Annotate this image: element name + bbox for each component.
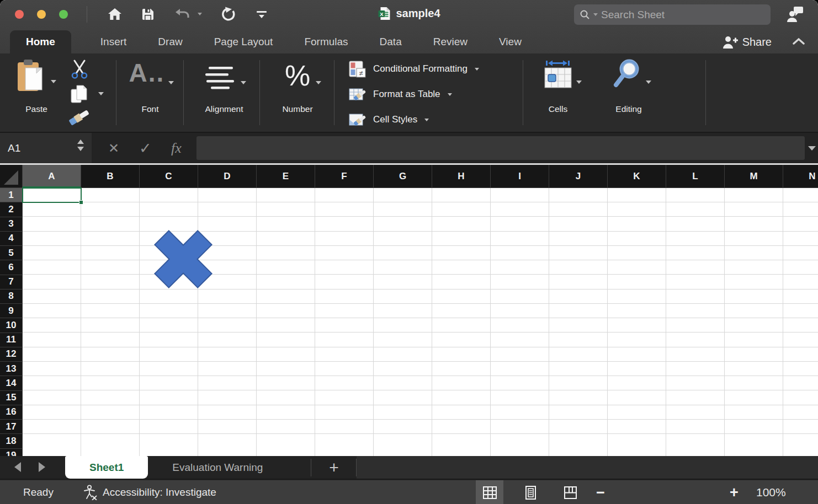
row-header-2[interactable]: 2 [0,202,23,217]
font-dropdown[interactable] [168,81,174,84]
sheet-tab-evaluation-warning[interactable]: Evaluation Warning [148,456,287,479]
column-header-b[interactable]: B [81,165,140,188]
paste-dropdown[interactable] [51,80,56,83]
checkmark-icon: ✓ [139,140,152,157]
add-sheet-button[interactable]: + [312,456,356,479]
select-all-button[interactable] [0,165,23,188]
tab-page-layout[interactable]: Page Layout [212,30,275,53]
row-header-7[interactable]: 7 [0,275,23,289]
row-header-5[interactable]: 5 [0,246,23,260]
formula-bar-expand[interactable] [808,146,816,151]
editing-button[interactable] [613,58,641,92]
accessibility-status[interactable]: Accessibility: Investigate [83,480,216,504]
row-header-8[interactable]: 8 [0,289,23,304]
arrow-left-icon [14,462,21,472]
next-sheet-button[interactable] [39,462,45,472]
fill-handle[interactable] [79,200,83,205]
cells-dropdown[interactable] [576,81,582,84]
row-header-13[interactable]: 13 [0,362,23,376]
minimize-window-button[interactable] [37,10,46,19]
name-box-spinner[interactable] [77,140,84,151]
save-button[interactable] [138,4,158,24]
column-header-k[interactable]: K [608,165,666,188]
grid-cells[interactable] [23,188,818,456]
column-header-h[interactable]: H [432,165,491,188]
alignment-button[interactable] [203,66,237,93]
row-header-16[interactable]: 16 [0,405,23,420]
insert-function-button[interactable]: fx [171,133,182,163]
tab-data[interactable]: Data [378,30,404,53]
column-header-d[interactable]: D [198,165,257,188]
tab-review[interactable]: Review [431,30,470,53]
tab-home[interactable]: Home [10,30,71,53]
row-header-3[interactable]: 3 [0,217,23,232]
column-header-i[interactable]: I [491,165,549,188]
fullscreen-window-button[interactable] [59,10,68,19]
number-format-button[interactable]: % [279,59,316,92]
conditional-formatting-button[interactable]: ≠ Conditional Formatting [349,61,479,77]
row-header-10[interactable]: 10 [0,318,23,333]
collapse-ribbon-button[interactable] [793,37,805,47]
enter-button[interactable]: ✓ [139,133,152,163]
row-header-19[interactable]: 19 [0,449,23,457]
row-header-18[interactable]: 18 [0,434,23,448]
sheet-tab-sheet1[interactable]: Sheet1 [65,456,148,479]
row-header-14[interactable]: 14 [0,376,23,390]
column-header-n[interactable]: N [783,165,818,188]
paste-button[interactable] [17,59,44,95]
undo-button[interactable] [173,4,193,24]
redo-button[interactable] [219,4,238,24]
home-button[interactable] [105,4,125,24]
column-header-m[interactable]: M [725,165,783,188]
formula-input[interactable] [196,136,805,160]
column-header-e[interactable]: E [257,165,315,188]
format-painter-button[interactable] [67,108,92,128]
comments-button[interactable] [785,4,805,24]
column-header-g[interactable]: G [374,165,432,188]
zoom-out-button[interactable]: − [596,480,605,504]
page-break-view-button[interactable] [556,480,584,504]
alignment-dropdown[interactable] [241,81,246,84]
column-header-c[interactable]: C [140,165,198,188]
zoom-in-button[interactable]: + [730,480,739,504]
tab-view[interactable]: View [497,30,524,53]
number-dropdown[interactable] [316,81,321,84]
format-as-table-button[interactable]: Format as Table [349,86,452,103]
cell-styles-button[interactable]: Cell Styles [349,111,429,128]
copy-dropdown[interactable] [98,92,104,95]
copy-button[interactable] [70,84,89,108]
row-header-6[interactable]: 6 [0,260,23,275]
name-box[interactable]: A1 [0,133,92,163]
column-header-j[interactable]: J [549,165,608,188]
cut-button[interactable] [70,60,89,82]
search-input[interactable]: Search Sheet [574,4,771,25]
cells-button[interactable] [542,60,574,91]
row-header-12[interactable]: 12 [0,347,23,362]
row-header-17[interactable]: 17 [0,420,23,434]
undo-dropdown[interactable] [198,13,202,15]
customize-toolbar-icon [257,11,267,18]
cancel-button[interactable]: ✕ [108,133,119,163]
font-settings-button[interactable]: A.. [126,58,168,88]
column-header-l[interactable]: L [666,165,725,188]
normal-view-button[interactable] [476,480,503,504]
customize-toolbar-button[interactable] [252,4,272,24]
share-label: Share [742,36,772,49]
close-window-button[interactable] [15,10,24,19]
share-button[interactable]: Share [721,35,772,49]
tab-draw[interactable]: Draw [156,30,184,53]
tab-formulas[interactable]: Formulas [302,30,350,53]
column-header-a[interactable]: A [23,165,81,188]
page-layout-view-button[interactable] [517,480,544,504]
zoom-level[interactable]: 100% [756,480,786,504]
tab-insert[interactable]: Insert [98,30,129,53]
row-header-9[interactable]: 9 [0,304,23,318]
row-header-15[interactable]: 15 [0,391,23,405]
row-header-11[interactable]: 11 [0,333,23,347]
previous-sheet-button[interactable] [14,462,21,472]
row-header-4[interactable]: 4 [0,232,23,246]
row-header-1[interactable]: 1 [0,188,23,202]
cross-shape[interactable] [150,227,216,291]
editing-dropdown[interactable] [646,81,651,84]
column-header-f[interactable]: F [315,165,374,188]
